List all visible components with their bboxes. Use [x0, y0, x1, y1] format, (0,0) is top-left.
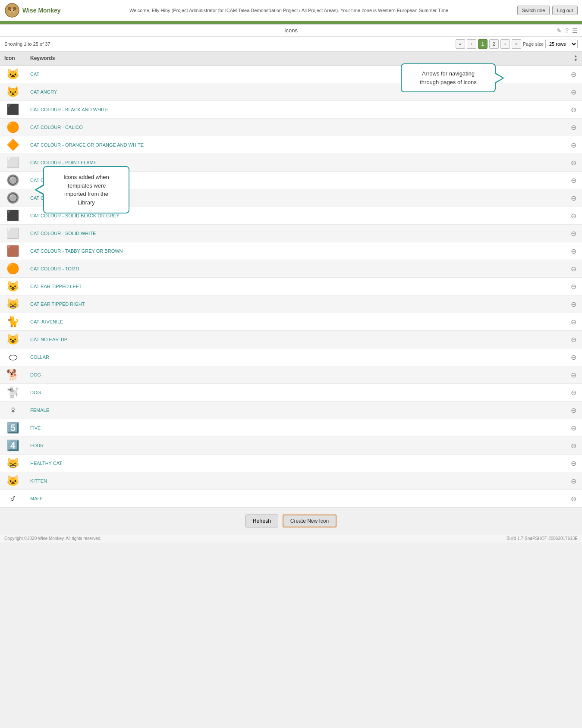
- icon-cell: 😺: [0, 331, 26, 348]
- page-size-select[interactable]: 25 rows 50 rows 100 rows: [545, 40, 578, 48]
- create-new-icon-button[interactable]: Create New Icon: [283, 515, 337, 527]
- remove-icon-button[interactable]: ⊖: [571, 194, 576, 202]
- table-row: ⬜CAT COLOUR - SOLID WHITE⊖: [0, 225, 582, 242]
- table-row: 🐩DOG⊖: [0, 384, 582, 402]
- remove-icon-button[interactable]: ⊖: [571, 389, 576, 397]
- remove-icon-button[interactable]: ⊖: [571, 371, 576, 379]
- action-cell: ⊖: [565, 83, 582, 101]
- icon-cell: 🐈: [0, 313, 26, 331]
- remove-icon-button[interactable]: ⊖: [571, 247, 576, 255]
- table-row: 🟠CAT COLOUR - CALICO⊖: [0, 119, 582, 136]
- footer-buttons: Refresh Create New Icon: [0, 508, 582, 534]
- sort-desc-icon[interactable]: ▼: [574, 58, 578, 62]
- main-wrapper: Showing 1 to 25 of 37 « ‹ 1 2 › » Page s…: [0, 37, 582, 543]
- icon-image: ♂: [6, 492, 20, 505]
- icon-image: 🐈: [6, 315, 20, 329]
- last-page-button[interactable]: »: [512, 39, 521, 49]
- remove-icon-button[interactable]: ⊖: [571, 70, 576, 78]
- icon-image: ⬛: [6, 103, 20, 116]
- action-cell: ⊖: [565, 455, 582, 472]
- remove-icon-button[interactable]: ⊖: [571, 265, 576, 273]
- remove-icon-button[interactable]: ⊖: [571, 424, 576, 432]
- remove-icon-button[interactable]: ⊖: [571, 229, 576, 238]
- icon-image: 🟫: [6, 244, 20, 258]
- remove-icon-button[interactable]: ⊖: [571, 459, 576, 468]
- first-page-button[interactable]: «: [456, 39, 465, 49]
- icon-image: 4️⃣: [6, 439, 20, 452]
- refresh-button[interactable]: Refresh: [245, 515, 278, 527]
- action-cell: ⊖: [565, 260, 582, 278]
- icons-tbody: 🐱CAT⊖😾CAT ANGRY⊖⬛CAT COLOUR - BLACK AND …: [0, 65, 582, 508]
- header-info: Welcome, Elly Hiby (Project Administrato…: [61, 8, 517, 13]
- edit-icon[interactable]: ✎: [557, 27, 562, 34]
- build-text: Build 1.7-SnaPSHOT-20062017613E: [506, 536, 578, 541]
- action-cell: ⊖: [565, 225, 582, 242]
- keyword-cell: CAT COLOUR - SOLID WHITE: [26, 225, 565, 242]
- icons-callout: Icons added whenTemplates wereimported f…: [43, 166, 129, 213]
- table-row: 5️⃣FIVE⊖: [0, 419, 582, 437]
- remove-icon-button[interactable]: ⊖: [571, 300, 576, 308]
- icon-image: 🐩: [6, 386, 20, 399]
- remove-icon-button[interactable]: ⊖: [571, 106, 576, 114]
- page-2-button[interactable]: 2: [489, 39, 499, 49]
- icon-cell: ⬜: [0, 154, 26, 172]
- action-cell: ⊖: [565, 472, 582, 490]
- icon-cell: ♂: [0, 490, 26, 508]
- remove-icon-button[interactable]: ⊖: [571, 123, 576, 132]
- help-icon[interactable]: ?: [565, 27, 569, 34]
- icon-cell: 🔶: [0, 136, 26, 154]
- page-size-area: Page size 25 rows 50 rows 100 rows: [523, 40, 578, 48]
- remove-icon-button[interactable]: ⊖: [571, 176, 576, 185]
- remove-icon-button[interactable]: ⊖: [571, 159, 576, 167]
- page-title: Icons: [284, 27, 298, 34]
- remove-icon-button[interactable]: ⊖: [571, 495, 576, 503]
- remove-icon-button[interactable]: ⊖: [571, 406, 576, 414]
- icon-cell: 😸: [0, 455, 26, 472]
- menu-icon[interactable]: ☰: [572, 27, 578, 34]
- action-cell: ⊖: [565, 189, 582, 207]
- logout-button[interactable]: Log out: [552, 6, 578, 15]
- remove-icon-button[interactable]: ⊖: [571, 88, 576, 96]
- remove-icon-button[interactable]: ⊖: [571, 477, 576, 485]
- icon-image: 🟠: [6, 262, 20, 276]
- icon-image: 🔶: [6, 138, 20, 152]
- remove-icon-button[interactable]: ⊖: [571, 282, 576, 291]
- icons-callout-text: Icons added whenTemplates wereimported f…: [63, 174, 109, 206]
- switch-role-button[interactable]: Switch role: [517, 6, 550, 15]
- icon-image: 🐱: [6, 474, 20, 488]
- keyword-cell: CAT COLOUR - ORANGE OR ORANGE AND WHITE: [26, 136, 565, 154]
- remove-icon-button[interactable]: ⊖: [571, 141, 576, 149]
- sort-col[interactable]: ▲ ▼: [565, 52, 582, 65]
- remove-icon-button[interactable]: ⊖: [571, 353, 576, 361]
- logo-area: Wise Monkey: [4, 3, 61, 18]
- col-icon: Icon: [0, 52, 26, 65]
- remove-icon-button[interactable]: ⊖: [571, 336, 576, 344]
- action-cell: ⊖: [565, 207, 582, 225]
- icon-image: 😸: [6, 456, 20, 470]
- table-row: ♂MALE⊖: [0, 490, 582, 508]
- next-page-button[interactable]: ›: [500, 39, 510, 49]
- remove-icon-button[interactable]: ⊖: [571, 442, 576, 450]
- icon-image: 🐕: [6, 368, 20, 382]
- table-header-row: Icon Keywords ▲ ▼: [0, 52, 582, 65]
- pagination-callout-text: Arrows for navigatingthrough pages of ic…: [420, 70, 477, 85]
- table-row: 😸CAT EAR TIPPED RIGHT⊖: [0, 295, 582, 313]
- icon-image: 🔘: [6, 173, 20, 187]
- action-cell: ⊖: [565, 384, 582, 402]
- action-cell: ⊖: [565, 172, 582, 189]
- icon-cell: 😾: [0, 83, 26, 101]
- remove-icon-button[interactable]: ⊖: [571, 212, 576, 220]
- remove-icon-button[interactable]: ⊖: [571, 318, 576, 326]
- page-1-button[interactable]: 1: [478, 39, 488, 49]
- svg-point-5: [13, 10, 15, 11]
- table-row: 🐱KITTEN⊖: [0, 472, 582, 490]
- table-row: ♀FEMALE⊖: [0, 402, 582, 419]
- keyword-cell: DOG: [26, 384, 565, 402]
- header: Wise Monkey Welcome, Elly Hiby (Project …: [0, 0, 582, 25]
- icon-image: 🐱: [6, 67, 20, 81]
- icon-cell: 😺: [0, 278, 26, 295]
- action-cell: ⊖: [565, 313, 582, 331]
- icon-cell: 🐱: [0, 472, 26, 490]
- prev-page-button[interactable]: ‹: [467, 39, 476, 49]
- icon-cell: 🔘: [0, 172, 26, 189]
